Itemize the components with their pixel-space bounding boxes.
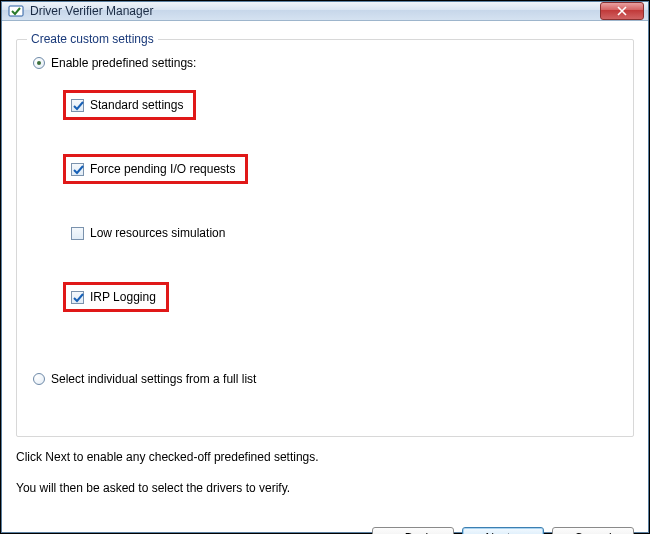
info-text: Click Next to enable any checked-off pre…	[16, 449, 634, 497]
button-bar: < Back Next > Cancel	[2, 517, 648, 534]
highlight-irp-logging: IRP Logging	[63, 282, 169, 312]
highlight-force-io: Force pending I/O requests	[63, 154, 248, 184]
radio-icon	[33, 373, 45, 385]
info-line-2: You will then be asked to select the dri…	[16, 480, 634, 497]
app-icon	[8, 3, 24, 19]
cancel-button[interactable]: Cancel	[552, 527, 634, 534]
radio-select-individual[interactable]: Select individual settings from a full l…	[33, 372, 617, 386]
checkbox-label: Standard settings	[90, 98, 183, 112]
checkbox-icon	[71, 163, 84, 176]
radio-enable-predefined[interactable]: Enable predefined settings:	[33, 56, 617, 70]
radio-label: Select individual settings from a full l…	[51, 372, 256, 386]
radio-label: Enable predefined settings:	[51, 56, 196, 70]
window-title: Driver Verifier Manager	[30, 4, 600, 18]
info-line-1: Click Next to enable any checked-off pre…	[16, 449, 634, 466]
dialog-body: Create custom settings Enable predefined…	[2, 21, 648, 517]
groupbox-label: Create custom settings	[27, 32, 158, 46]
radio-icon	[33, 57, 45, 69]
titlebar: Driver Verifier Manager	[2, 2, 648, 21]
checkbox-label: Low resources simulation	[90, 226, 225, 240]
wrap-low-resources: Low resources simulation	[63, 218, 238, 248]
back-button[interactable]: < Back	[372, 527, 454, 534]
checkbox-standard-settings[interactable]: Standard settings	[71, 98, 183, 112]
settings-groupbox: Create custom settings Enable predefined…	[16, 39, 634, 437]
checkbox-irp-logging[interactable]: IRP Logging	[71, 290, 156, 304]
checkbox-low-resources[interactable]: Low resources simulation	[71, 226, 225, 240]
predefined-options: Standard settings Force pending I/O requ…	[63, 90, 617, 346]
close-button[interactable]	[600, 2, 644, 20]
checkbox-force-pending-io[interactable]: Force pending I/O requests	[71, 162, 235, 176]
checkbox-icon	[71, 99, 84, 112]
dialog-window: Driver Verifier Manager Create custom se…	[1, 1, 649, 533]
highlight-standard: Standard settings	[63, 90, 196, 120]
next-button[interactable]: Next >	[462, 527, 544, 534]
svg-rect-0	[9, 6, 23, 16]
checkbox-label: IRP Logging	[90, 290, 156, 304]
checkbox-icon	[71, 291, 84, 304]
checkbox-label: Force pending I/O requests	[90, 162, 235, 176]
checkbox-icon	[71, 227, 84, 240]
